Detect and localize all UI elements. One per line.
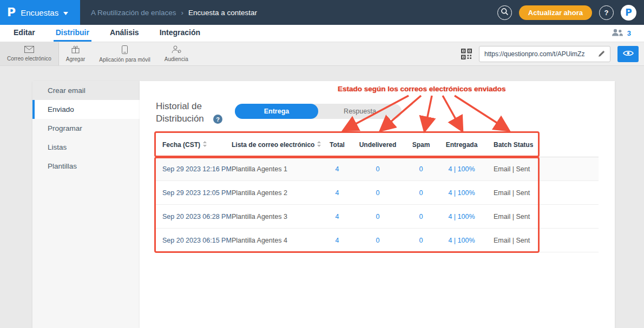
- cell-lista: Plantilla Agentes 2: [232, 189, 324, 197]
- col-header-fecha[interactable]: Fecha (CST): [156, 141, 232, 149]
- audience-icon: [172, 45, 181, 55]
- qr-code-icon[interactable]: [461, 49, 472, 59]
- toggle-respuesta[interactable]: Respuesta: [318, 104, 402, 119]
- distribution-toolbar: Correo electrónico Agregar Aplicación pa…: [0, 42, 644, 66]
- mobile-phone-icon: [122, 45, 128, 55]
- col-header-batch-status: Batch Status: [486, 141, 546, 149]
- sidebar-item-crear-email[interactable]: Crear email: [32, 81, 140, 100]
- tab-analisis[interactable]: Análisis: [108, 25, 141, 42]
- cell-batch-status: Email | Sent: [486, 213, 546, 220]
- cell-undelivered[interactable]: 0: [351, 237, 405, 244]
- sort-icon[interactable]: [317, 141, 321, 149]
- questionpro-app: P Encuestas A Reutilización de enlaces ›…: [0, 0, 644, 328]
- preview-survey-button[interactable]: [617, 46, 639, 62]
- col-header-total: Total: [324, 141, 351, 149]
- sidebar-item-enviado[interactable]: Enviado: [32, 100, 140, 119]
- collaborators-button[interactable]: 3: [612, 25, 644, 42]
- help-button[interactable]: ?: [599, 5, 614, 20]
- delivery-response-toggle: Entrega Respuesta: [235, 104, 402, 119]
- update-now-button[interactable]: Actualizar ahora: [519, 5, 592, 20]
- chevron-down-icon: [63, 8, 68, 17]
- toolbar-item-aplicacion-para-movil[interactable]: Aplicación para móvil: [92, 42, 157, 65]
- cell-entregada[interactable]: 4 | 100%: [437, 189, 486, 197]
- edit-url-pencil-icon[interactable]: [598, 50, 605, 57]
- annotation-text: Estado según los correos electrónicos en…: [338, 85, 506, 93]
- toolbar-item-label: Audiencia: [165, 56, 188, 62]
- cell-fecha: Sep 29 2023 12:05 PM: [156, 189, 232, 197]
- sidebar-item-plantillas[interactable]: Plantillas: [32, 157, 140, 176]
- table-row[interactable]: Sep 20 2023 06:15 PM Plantilla Agentes 4…: [156, 229, 599, 252]
- toolbar-item-audiencia[interactable]: Audiencia: [157, 42, 195, 65]
- toolbar-item-agregar[interactable]: Agregar: [59, 42, 93, 65]
- envelope-icon: [24, 46, 34, 54]
- cell-spam[interactable]: 0: [405, 237, 437, 244]
- surveys-menu-label: Encuestas: [21, 8, 58, 17]
- eye-icon: [623, 50, 634, 58]
- workspace: Crear email Enviado Programar Listas Pla…: [0, 66, 644, 328]
- toolbar-item-label: Aplicación para móvil: [99, 57, 150, 63]
- sidebar-item-programar[interactable]: Programar: [32, 119, 140, 138]
- search-button[interactable]: [497, 5, 512, 20]
- cell-batch-status: Email | Sent: [486, 165, 546, 173]
- cell-undelivered[interactable]: 0: [351, 165, 405, 173]
- section-tabs: Editar Distribuir Análisis Integración 3: [0, 25, 644, 42]
- questionpro-logo: P: [7, 6, 16, 18]
- cell-total[interactable]: 4: [324, 165, 351, 173]
- breadcrumb-survey-name[interactable]: A Reutilización de enlaces: [91, 9, 176, 17]
- cell-batch-status: Email | Sent: [486, 189, 546, 197]
- page-title: Historial de Distribución: [156, 101, 223, 125]
- sort-icon[interactable]: [203, 141, 207, 149]
- tab-editar[interactable]: Editar: [11, 25, 37, 42]
- surveys-menu-button[interactable]: P Encuestas: [0, 0, 80, 25]
- col-header-undelivered: Undelivered: [351, 141, 405, 149]
- people-icon: [612, 29, 623, 38]
- sidebar-item-listas[interactable]: Listas: [32, 138, 140, 157]
- table-row[interactable]: Sep 20 2023 06:28 PM Plantilla Agentes 3…: [156, 205, 599, 229]
- survey-url-field[interactable]: https://questionpro.com/t/APUimZz: [479, 46, 610, 62]
- cell-undelivered[interactable]: 0: [351, 213, 405, 220]
- tab-distribuir[interactable]: Distribuir: [54, 25, 91, 42]
- distribution-history-table: Fecha (CST) Lista de correo electrónico …: [156, 133, 599, 252]
- breadcrumb-current-page: Encuesta a contestar: [188, 9, 257, 17]
- breadcrumb-separator-icon: ›: [181, 9, 184, 17]
- search-icon: [501, 8, 508, 17]
- cell-total[interactable]: 4: [324, 189, 351, 197]
- collaborators-count: 3: [627, 29, 631, 37]
- cell-spam[interactable]: 0: [405, 213, 437, 220]
- top-bar: P Encuestas A Reutilización de enlaces ›…: [0, 0, 644, 25]
- cell-total[interactable]: 4: [324, 213, 351, 220]
- toolbar-item-correo-electronico[interactable]: Correo electrónico: [0, 42, 59, 65]
- cell-lista: Plantilla Agentes 1: [232, 165, 324, 173]
- table-header-row: Fecha (CST) Lista de correo electrónico …: [156, 133, 599, 157]
- cell-total[interactable]: 4: [324, 237, 351, 244]
- toggle-entrega[interactable]: Entrega: [235, 104, 318, 119]
- survey-url-text: https://questionpro.com/t/APUimZz: [484, 50, 595, 58]
- title-help-icon[interactable]: ?: [213, 115, 222, 124]
- distribution-history-panel: Estado según los correos electrónicos en…: [140, 81, 615, 328]
- cell-fecha: Sep 20 2023 06:28 PM: [156, 213, 232, 220]
- email-sidebar: Crear email Enviado Programar Listas Pla…: [32, 81, 140, 328]
- table-row[interactable]: Sep 29 2023 12:05 PM Plantilla Agentes 2…: [156, 181, 599, 205]
- top-bar-actions: Actualizar ahora ? P: [497, 5, 644, 21]
- tab-integracion[interactable]: Integración: [157, 25, 202, 42]
- cell-spam[interactable]: 0: [405, 165, 437, 173]
- col-header-spam: Spam: [405, 141, 437, 149]
- toolbar-item-label: Agregar: [66, 56, 86, 62]
- cell-undelivered[interactable]: 0: [351, 189, 405, 197]
- toolbar-item-label: Correo electrónico: [7, 56, 51, 62]
- cell-entregada[interactable]: 4 | 100%: [437, 213, 486, 220]
- cell-fecha: Sep 20 2023 06:15 PM: [156, 237, 232, 244]
- toolbar-right: https://questionpro.com/t/APUimZz: [461, 42, 644, 65]
- breadcrumb: A Reutilización de enlaces › Encuesta a …: [91, 9, 257, 17]
- cell-fecha: Sep 29 2023 12:16 PM: [156, 165, 232, 173]
- cell-batch-status: Email | Sent: [486, 237, 546, 244]
- questionpro-account-logo[interactable]: P: [621, 5, 636, 21]
- cell-lista: Plantilla Agentes 3: [232, 213, 324, 220]
- gift-icon: [71, 45, 80, 55]
- cell-lista: Plantilla Agentes 4: [232, 237, 324, 244]
- cell-spam[interactable]: 0: [405, 189, 437, 197]
- cell-entregada[interactable]: 4 | 100%: [437, 237, 486, 244]
- col-header-lista[interactable]: Lista de correo electrónico: [232, 141, 324, 149]
- cell-entregada[interactable]: 4 | 100%: [437, 165, 486, 173]
- table-row[interactable]: Sep 29 2023 12:16 PM Plantilla Agentes 1…: [156, 157, 599, 181]
